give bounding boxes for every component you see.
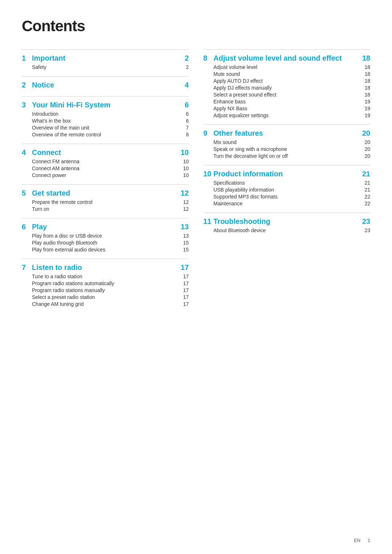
toc-page-heading-3: 6 <box>180 101 189 109</box>
toc-sub-label: Maintenance <box>213 201 362 206</box>
toc-sub-7-1: Program radio stations automatically17 <box>22 280 189 287</box>
toc-sub-label: Turn on <box>32 206 180 212</box>
toc-sub-label: Specifications <box>213 180 362 186</box>
toc-heading-2: 2Notice4 <box>22 79 189 90</box>
footer: EN 1 <box>354 538 370 543</box>
toc-sub-page: 19 <box>362 112 370 118</box>
toc-heading-11: 11Troubleshooting23 <box>203 216 370 227</box>
toc-num-10: 10 <box>203 170 213 178</box>
toc-heading-3: 3Your Mini Hi-Fi System6 <box>22 99 189 110</box>
toc-sub-label: Change AM tuning grid <box>32 301 180 307</box>
toc-sub-label: Select a preset radio station <box>32 294 180 300</box>
toc-page-heading-2: 4 <box>180 81 189 89</box>
toc-sub-label: Connect power <box>32 172 180 178</box>
toc-sub-label: Mute sound <box>213 71 362 77</box>
toc-sub-page: 13 <box>180 233 189 239</box>
toc-sub-label: Turn the decorative light on or off <box>213 153 362 159</box>
toc-heading-1: 1Important2 <box>22 53 189 63</box>
toc-sub-page: 10 <box>180 172 189 178</box>
toc-label-heading-3: Your Mini Hi-Fi System <box>32 100 180 110</box>
toc-sub-label: Program radio stations manually <box>32 287 180 293</box>
toc-sub-label: Overview of the remote control <box>32 132 180 138</box>
toc-sub-label: Prepare the remote control <box>32 199 180 205</box>
toc-sub-9-2: Turn the decorative light on or off20 <box>203 152 370 159</box>
toc-heading-6: 6Play13 <box>22 221 189 232</box>
toc-num-2: 2 <box>22 81 32 89</box>
toc-label-heading-1: Important <box>32 53 180 63</box>
toc-sub-4-0: Connect FM antenna10 <box>22 158 189 165</box>
toc-heading-7: 7Listen to radio17 <box>22 262 189 273</box>
toc-section-7: 7Listen to radio17Tune to a radio statio… <box>22 255 189 309</box>
toc-sub-label: Program radio stations automatically <box>32 280 180 286</box>
toc-sub-8-3: Apply DJ effects manually18 <box>203 84 370 91</box>
toc-sub-page: 6 <box>180 111 189 117</box>
toc-num-6: 6 <box>22 223 32 231</box>
toc-page-heading-6: 13 <box>180 223 189 231</box>
toc-sub-label: Supported MP3 disc formats <box>213 194 362 200</box>
toc-page-heading-9: 20 <box>362 129 370 138</box>
toc-sub-page: 18 <box>362 85 370 91</box>
toc-sub-label: Introduction <box>32 111 180 117</box>
toc-heading-9: 9Other features20 <box>203 128 370 139</box>
toc-sub-page: 7 <box>180 125 189 131</box>
toc-sub-5-1: Turn on12 <box>22 205 189 212</box>
toc-sub-label: Apply DJ effects manually <box>213 85 362 91</box>
toc-num-8: 8 <box>203 54 213 62</box>
toc-section-6: 6Play13Play from a disc or USB device13P… <box>22 214 189 255</box>
left-col: 1Important2Safety22Notice43Your Mini Hi-… <box>22 46 189 309</box>
toc-label-heading-9: Other features <box>213 128 362 138</box>
toc-sub-page: 23 <box>362 227 370 233</box>
toc-heading-5: 5Get started12 <box>22 188 189 198</box>
toc-sub-label: What's in the box <box>32 118 180 124</box>
toc-sub-page: 12 <box>180 199 189 205</box>
toc-sub-page: 18 <box>362 71 370 77</box>
toc-sub-4-1: Connect AM antenna10 <box>22 165 189 172</box>
toc-sub-8-6: Apply NX Bass19 <box>203 105 370 112</box>
toc-sub-7-3: Select a preset radio station17 <box>22 294 189 300</box>
toc-sub-page: 6 <box>180 118 189 124</box>
toc-container: 1Important2Safety22Notice43Your Mini Hi-… <box>22 46 370 309</box>
toc-page-heading-10: 21 <box>362 170 370 178</box>
toc-sub-page: 22 <box>362 194 370 200</box>
toc-sub-4-2: Connect power10 <box>22 172 189 178</box>
toc-sub-8-7: Adjust equalizer settings19 <box>203 112 370 119</box>
toc-sub-6-2: Play from external audio devices15 <box>22 246 189 253</box>
toc-sub-page: 18 <box>362 64 370 70</box>
toc-sub-page: 22 <box>362 201 370 206</box>
toc-section-4: 4Connect10Connect FM antenna10Connect AM… <box>22 140 189 181</box>
toc-sub-8-0: Adjust volume level18 <box>203 63 370 70</box>
footer-page: 1 <box>368 538 370 543</box>
toc-page-heading-1: 2 <box>180 54 189 62</box>
toc-sub-label: Play from a disc or USB device <box>32 233 180 239</box>
toc-sub-label: USB playability information <box>213 187 362 193</box>
toc-sub-8-4: Select a preset sound effect18 <box>203 91 370 98</box>
toc-sub-page: 17 <box>180 301 189 307</box>
toc-label-heading-8: Adjust volume level and sound effect <box>213 53 362 63</box>
toc-sub-page: 15 <box>180 247 189 253</box>
toc-num-1: 1 <box>22 54 32 62</box>
toc-sub-page: 20 <box>362 139 370 145</box>
toc-sub-label: Apply NX Bass <box>213 106 362 111</box>
toc-sub-7-4: Change AM tuning grid17 <box>22 300 189 307</box>
toc-section-2: 2Notice4 <box>22 73 189 93</box>
toc-label-heading-6: Play <box>32 222 180 231</box>
toc-section-8: 8Adjust volume level and sound effect18A… <box>203 46 370 121</box>
toc-sub-page: 17 <box>180 274 189 279</box>
toc-page-heading-4: 10 <box>180 148 189 157</box>
toc-sub-label: Adjust equalizer settings <box>213 112 362 118</box>
toc-label-heading-10: Product information <box>213 169 362 178</box>
toc-section-11: 11Troubleshooting23About Bluetooth devic… <box>203 209 370 236</box>
toc-sub-3-0: Introduction6 <box>22 110 189 117</box>
toc-sub-3-3: Overview of the remote control8 <box>22 131 189 138</box>
toc-heading-10: 10Product information21 <box>203 168 370 179</box>
toc-section-9: 9Other features20Mix sound20Speak or sin… <box>203 121 370 161</box>
toc-sub-label: Speak or sing with a microphone <box>213 146 362 152</box>
right-col: 8Adjust volume level and sound effect18A… <box>203 46 370 309</box>
toc-page-heading-7: 17 <box>180 263 189 272</box>
toc-sub-page: 17 <box>180 287 189 293</box>
toc-sub-3-2: Overview of the main unit7 <box>22 124 189 131</box>
toc-sub-6-1: Play audio through Bluetooth15 <box>22 239 189 246</box>
toc-sub-6-0: Play from a disc or USB device13 <box>22 232 189 239</box>
toc-sub-label: Connect AM antenna <box>32 165 180 171</box>
toc-sub-label: Overview of the main unit <box>32 125 180 131</box>
